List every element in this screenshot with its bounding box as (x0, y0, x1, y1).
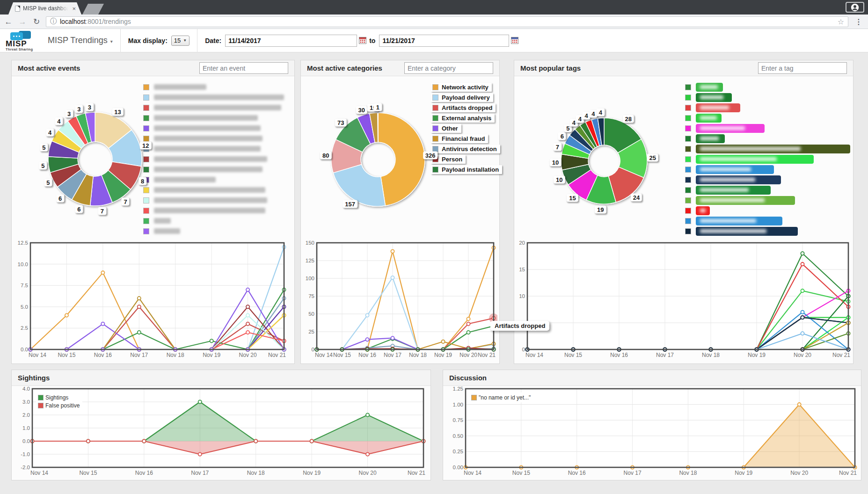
donut-value-label: 80 (320, 152, 331, 160)
legend-item (685, 216, 850, 226)
date-from-input[interactable] (225, 35, 357, 47)
tag-pill[interactable] (696, 103, 740, 112)
svg-text:2.0: 2.0 (22, 412, 30, 418)
legend-item (143, 195, 284, 205)
tab-title: MISP live dashboard (23, 5, 68, 12)
donut-value-label: 5 (39, 161, 47, 169)
sightings-chart[interactable]: SightingsFalse positive -2.0-1.00.01.02.… (14, 386, 430, 479)
nav-title[interactable]: MISP Trendings (48, 36, 108, 45)
svg-text:Nov 15: Nov 15 (512, 470, 530, 476)
sightings-legend: SightingsFalse positive (36, 392, 82, 410)
categories-donut-chart[interactable]: Network activityPayload deliveryArtifact… (301, 76, 499, 239)
svg-text:15: 15 (519, 267, 525, 272)
legend-label: Sightings (45, 394, 68, 401)
donut-slice (378, 113, 425, 206)
select-caret-icon: ▼ (183, 38, 187, 43)
category-search-input[interactable] (404, 62, 493, 74)
svg-text:25: 25 (308, 329, 314, 334)
svg-text:Nov 18: Nov 18 (247, 470, 265, 476)
legend-swatch (38, 403, 44, 408)
svg-text:1.00: 1.00 (453, 402, 463, 407)
tag-pill[interactable] (696, 114, 722, 123)
calendar-icon[interactable] (359, 37, 366, 44)
tag-pill[interactable] (696, 165, 774, 174)
tags-donut-chart[interactable]: 2825241915101076544444 (514, 76, 853, 239)
donut-value-label: 15 (567, 194, 578, 202)
reload-button[interactable]: ↻ (32, 18, 41, 26)
legend-label: Payload installation (442, 166, 499, 173)
url-bar[interactable]: ⓘ localhost:8001/trendings ☆ (46, 16, 848, 27)
legend-label: Other (442, 125, 458, 132)
nav-dropdown-caret-icon[interactable]: ▾ (110, 39, 113, 44)
tag-pill[interactable] (696, 83, 723, 92)
svg-text:125: 125 (306, 258, 314, 263)
back-button[interactable]: ← (4, 18, 13, 26)
tag-pill[interactable] (696, 93, 732, 102)
legend-item (685, 123, 850, 133)
tag-pill[interactable] (696, 145, 850, 153)
tag-pill[interactable] (696, 175, 781, 184)
legend-item (143, 102, 284, 113)
tag-pill[interactable] (696, 217, 782, 225)
donut-value-label: 13 (112, 108, 123, 116)
blurred-text (154, 218, 171, 224)
tag-pill[interactable] (696, 134, 725, 143)
svg-text:0.0: 0.0 (21, 347, 28, 352)
blurred-text (154, 105, 281, 110)
blurred-text (154, 115, 258, 121)
legend-item: Network activity (431, 83, 492, 92)
svg-text:10.0: 10.0 (18, 262, 28, 267)
blurred-text (700, 188, 749, 192)
divider (197, 29, 197, 52)
svg-text:Nov 17: Nov 17 (191, 470, 209, 476)
svg-text:Nov 20: Nov 20 (239, 352, 257, 358)
blurred-text (154, 208, 265, 213)
tab-close-icon[interactable]: × (71, 5, 77, 12)
tag-pill[interactable] (696, 155, 814, 164)
svg-text:50: 50 (308, 311, 314, 317)
events-donut-chart[interactable]: 13128776655544333 (12, 76, 294, 239)
events-line-chart[interactable]: 0.02.55.07.510.012.5Nov 14Nov 15Nov 16No… (14, 239, 294, 362)
tag-pill[interactable] (696, 196, 795, 205)
svg-text:20: 20 (519, 240, 525, 246)
profile-avatar-button[interactable] (846, 2, 864, 13)
legend-swatch (471, 395, 477, 400)
browser-menu-icon[interactable]: ⋮ (853, 17, 864, 26)
legend-swatch (685, 84, 691, 90)
tag-search-input[interactable] (758, 62, 847, 74)
svg-text:5.0: 5.0 (21, 304, 28, 310)
blurred-text (154, 177, 216, 182)
svg-text:Nov 15: Nov 15 (58, 352, 75, 358)
legend-label: Person (442, 156, 462, 163)
svg-text:Nov 15: Nov 15 (79, 470, 97, 476)
events-legend (143, 82, 284, 236)
discussion-chart[interactable]: "no name or id yet..." 0.000.250.500.751… (445, 386, 861, 479)
tags-line-chart[interactable]: 05101520Nov 14Nov 15Nov 16Nov 17Nov 18No… (514, 239, 853, 362)
svg-text:Nov 14: Nov 14 (29, 352, 46, 358)
calendar-icon[interactable] (511, 37, 518, 44)
tag-pill[interactable] (696, 124, 765, 133)
svg-text:Nov 16: Nov 16 (568, 470, 586, 476)
tag-pill[interactable] (696, 186, 771, 195)
svg-text:Nov 19: Nov 19 (735, 470, 752, 476)
max-display-select[interactable]: 15▼ (171, 36, 190, 46)
donut-value-label: 7 (122, 198, 130, 206)
forward-button[interactable]: → (18, 18, 27, 26)
browser-tab[interactable]: MISP live dashboard × (8, 2, 81, 15)
donut-value-label: 10 (550, 158, 561, 166)
donut-value-label: 157 (343, 200, 357, 208)
url-text: localhost:8001/trendings (60, 18, 834, 25)
blurred-text (154, 146, 261, 152)
site-info-icon[interactable]: ⓘ (50, 17, 57, 26)
tag-pill[interactable] (696, 206, 710, 215)
new-tab-button[interactable] (82, 4, 104, 15)
tag-pill[interactable] (696, 227, 798, 236)
url-host: localhost (60, 18, 86, 25)
bookmark-star-icon[interactable]: ☆ (838, 17, 844, 26)
categories-line-chart[interactable]: 0255075100125150Nov 14Nov 15Nov 16Nov 17… (301, 239, 499, 362)
event-search-input[interactable] (199, 62, 288, 74)
legend-item (143, 174, 284, 185)
misp-logo[interactable]: MISP Threat Sharing (0, 30, 45, 51)
date-to-input[interactable] (379, 35, 509, 47)
donut-value-label: 6 (558, 132, 566, 140)
